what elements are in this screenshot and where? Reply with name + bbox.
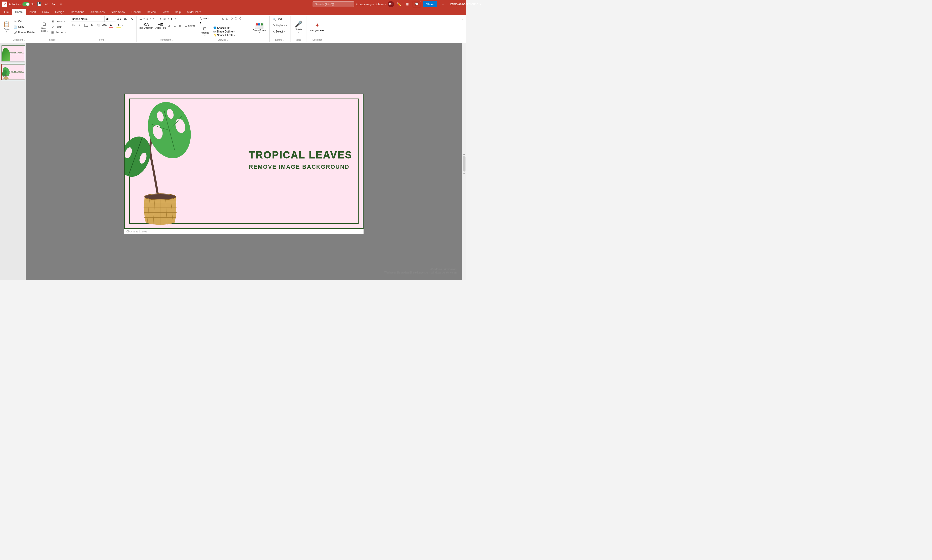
format-painter-button[interactable]: 🖌 Format Painter: [12, 30, 36, 35]
user-avatar[interactable]: GJ: [388, 1, 394, 7]
find-button[interactable]: 🔍 Find: [271, 16, 283, 22]
numbering-button[interactable]: ≡: [145, 16, 150, 21]
notes-area[interactable]: Click to add notes: [124, 229, 363, 234]
select-button[interactable]: ↖ Select ▾: [271, 29, 286, 34]
slide-thumbnail-2[interactable]: TROPICAL LEAVES REMOVE IMAGE BACKGROUND: [1, 64, 25, 80]
editing-label[interactable]: Editing: [271, 38, 289, 42]
numbering-arrow[interactable]: ▾: [150, 18, 151, 20]
comments-button[interactable]: 💬: [413, 1, 421, 7]
tab-insert[interactable]: Insert: [26, 9, 39, 15]
text-direction-button[interactable]: ⟲A Text Direction: [138, 22, 154, 30]
text-shadow-button[interactable]: S: [96, 22, 102, 28]
paragraph-label[interactable]: Paragraph: [138, 38, 195, 42]
replace-button[interactable]: ⟳ Replace ▾: [271, 22, 289, 28]
hexagon-button[interactable]: ⬡: [238, 16, 243, 20]
slide-thumbnail-1[interactable]: TROPICAL LEAVES REMOVE IMAGE BACKGROUND: [1, 45, 25, 62]
smartart-arrow[interactable]: ▾: [194, 25, 195, 27]
scroll-up-button[interactable]: ▲: [463, 152, 466, 155]
align-center-button[interactable]: ⫠: [172, 23, 178, 28]
autosave-toggle[interactable]: AutoSave On: [9, 2, 34, 6]
dictate-button[interactable]: 🎤 Dictate ▾: [292, 20, 305, 34]
paste-button[interactable]: 📋 Paste ▾: [2, 20, 12, 34]
align-text-button[interactable]: ≡⊡ Align Text: [154, 22, 167, 30]
decrease-font-button[interactable]: A-: [123, 16, 128, 22]
align-left-button[interactable]: ⫡: [167, 23, 172, 28]
tab-file[interactable]: File: [1, 9, 12, 15]
font-label[interactable]: Font: [71, 38, 135, 42]
clipboard-label[interactable]: Clipboard: [2, 38, 36, 42]
increase-font-button[interactable]: A+: [117, 16, 122, 22]
pentagon-button[interactable]: ⬠: [234, 16, 238, 20]
minimize-button[interactable]: ─: [439, 0, 447, 8]
underline-button[interactable]: U ▾: [83, 22, 89, 28]
triangle-button[interactable]: △: [221, 16, 225, 20]
bold-button[interactable]: B: [71, 22, 77, 28]
rect-shape-button[interactable]: □: [208, 16, 212, 20]
line-shape-button[interactable]: ╲: [199, 16, 203, 20]
tab-slidelizard[interactable]: SlideLizard: [184, 9, 204, 15]
collapse-ribbon-button[interactable]: ∧: [459, 16, 466, 22]
tab-view[interactable]: View: [159, 9, 172, 15]
font-color-arrow[interactable]: ▾: [114, 24, 115, 26]
design-ideas-button[interactable]: ✦ Design Ideas: [308, 21, 326, 33]
tab-slideshow[interactable]: Slide Show: [108, 9, 128, 15]
autosave-switch[interactable]: [22, 2, 30, 6]
scrollbar-thumb[interactable]: [463, 156, 466, 172]
customize-button[interactable]: ▾: [58, 1, 64, 7]
char-spacing-button[interactable]: AV ▾: [102, 22, 108, 28]
scroll-down-button[interactable]: ▼: [463, 172, 466, 175]
tab-draw[interactable]: Draw: [39, 9, 52, 15]
slide-canvas[interactable]: TROPICAL LEAVES REMOVE IMAGE BACKGROUND: [124, 94, 363, 229]
highlight-arrow[interactable]: ▾: [122, 24, 123, 26]
layout-button[interactable]: ⊞ Layout ▾: [50, 19, 67, 24]
reset-button[interactable]: ↺ Reset: [50, 25, 67, 30]
convert-smartart-button[interactable]: SmArt: [189, 23, 194, 28]
align-right-button[interactable]: ⫢: [178, 23, 183, 28]
tab-design[interactable]: Design: [52, 9, 67, 15]
new-slide-button[interactable]: 🗋 NewSlide ▾: [40, 21, 49, 33]
tab-review[interactable]: Review: [144, 9, 159, 15]
save-button[interactable]: 💾: [36, 1, 42, 7]
oval-button[interactable]: ○: [216, 16, 220, 20]
shape-effects-button[interactable]: ✨ Shape Effects ▾: [212, 34, 236, 37]
slides-label[interactable]: Slides: [40, 38, 67, 42]
drawing-label[interactable]: Drawing: [199, 38, 247, 42]
tab-animations[interactable]: Animations: [88, 9, 108, 15]
font-family-input[interactable]: [71, 16, 105, 22]
cut-button[interactable]: ✂ Cut: [12, 19, 36, 24]
line-spacing-arrow[interactable]: ▾: [168, 18, 169, 20]
undo-button[interactable]: ↩: [43, 1, 49, 7]
search-input[interactable]: [312, 1, 354, 7]
bullets-arrow[interactable]: ▾: [143, 18, 145, 20]
tab-home[interactable]: Home: [12, 9, 26, 15]
clear-format-button[interactable]: A: [129, 16, 135, 22]
shape-fill-button[interactable]: 🪣 Shape Fill ▾: [212, 26, 236, 30]
increase-indent-button[interactable]: ⇥: [157, 16, 162, 21]
pen-button[interactable]: ✏️: [396, 1, 402, 7]
display-button[interactable]: 🖥: [404, 1, 411, 7]
columns-button[interactable]: ⫿: [169, 16, 174, 21]
quick-styles-button[interactable]: Quick Styles ▾: [251, 22, 268, 35]
font-size-input[interactable]: [105, 16, 116, 22]
copy-button[interactable]: 📄 Copy: [12, 25, 36, 30]
highlight-color-button[interactable]: A: [116, 22, 122, 28]
shape-outline-button[interactable]: ▭ Shape Outline ▾: [212, 30, 236, 33]
decrease-indent-button[interactable]: ⇤: [152, 16, 157, 21]
font-color-button[interactable]: A: [108, 22, 114, 28]
tab-transitions[interactable]: Transitions: [67, 9, 88, 15]
arrange-button[interactable]: ⊞ Arrange ▾: [199, 25, 211, 38]
redo-button[interactable]: ↪: [51, 1, 57, 7]
tab-record[interactable]: Record: [128, 9, 143, 15]
diamond-button[interactable]: ◇: [230, 16, 234, 20]
italic-button[interactable]: I: [77, 22, 83, 28]
share-button[interactable]: Share: [423, 1, 437, 7]
arrow-shape-button[interactable]: ⟶: [203, 16, 207, 20]
strikethrough-button[interactable]: S: [89, 22, 95, 28]
columns-arrow[interactable]: ▾: [175, 18, 176, 20]
right-triangle-button[interactable]: ◺: [225, 16, 229, 20]
section-button[interactable]: ▦ Section ▾: [50, 30, 67, 35]
ribbon-collapse[interactable]: ∧: [459, 15, 466, 42]
line-spacing-button[interactable]: ≡↕: [163, 16, 168, 21]
tab-help[interactable]: Help: [172, 9, 184, 15]
more-shapes-button[interactable]: ▾: [199, 20, 203, 25]
